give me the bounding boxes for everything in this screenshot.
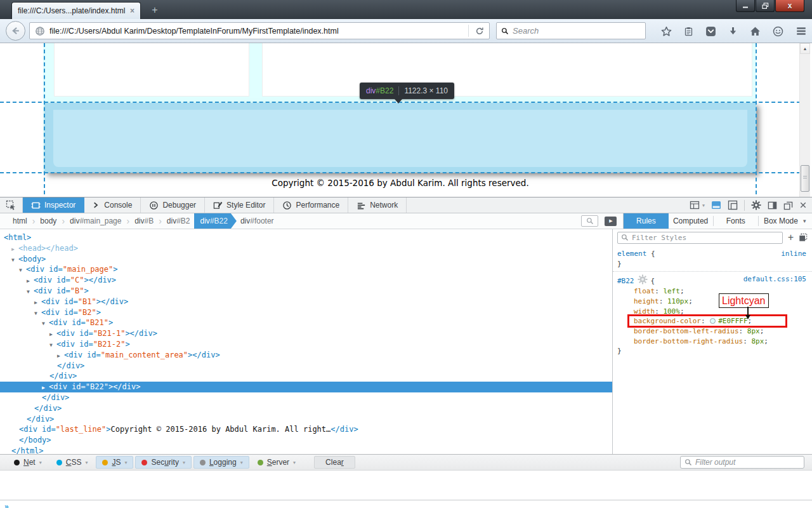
devtools-tab-network[interactable]: Network <box>348 197 407 213</box>
property-value[interactable]: 110px <box>667 297 688 305</box>
devtools-tab-debugger[interactable]: Debugger <box>141 197 205 213</box>
css-property-float[interactable]: float: left; <box>617 286 812 297</box>
console-filter-server[interactable]: Server▾ <box>251 456 302 469</box>
markup-row[interactable]: </div> <box>0 392 612 403</box>
settings-icon[interactable] <box>751 200 761 210</box>
property-value[interactable]: 8px <box>747 327 760 335</box>
markup-row[interactable]: </body> <box>0 435 612 446</box>
css-property-border-bottom-right-radius[interactable]: border-bottom-right-radius: 8px; <box>617 337 812 347</box>
dock-side-icon[interactable] <box>768 201 777 210</box>
markup-row[interactable]: </div> <box>0 371 612 382</box>
markup-row[interactable]: ▶<div id="C"></div> <box>0 275 612 286</box>
responsive-mode-icon[interactable] <box>728 200 738 210</box>
hello-icon[interactable] <box>773 26 783 37</box>
markup-row[interactable]: <div id="last_line">Copyright © 2015-201… <box>0 424 612 435</box>
console-filter-logging[interactable]: Logging▾ <box>193 456 249 469</box>
minimize-button[interactable] <box>736 0 755 12</box>
add-rule-button[interactable]: + <box>788 233 794 243</box>
new-tab-button[interactable]: + <box>146 4 164 17</box>
console-input-row[interactable]: » <box>0 500 812 508</box>
split-console-icon[interactable] <box>711 200 721 210</box>
markup-row[interactable]: ▼<div id="B21-2"> <box>0 339 612 350</box>
sidebar-tab-rules[interactable]: Rules <box>624 213 668 229</box>
url-text[interactable]: file:///C:/Users/Abdul Karim/Desktop/Tem… <box>49 27 467 36</box>
expand-sidebar-button[interactable]: ▶ <box>605 217 617 226</box>
markup-row[interactable]: </div> <box>0 361 612 371</box>
close-icon[interactable] <box>799 201 807 209</box>
markup-row[interactable]: ▼<div id="B21"> <box>0 318 612 328</box>
breadcrumb-item-div-B[interactable]: div#B <box>131 213 157 229</box>
markup-search-button[interactable] <box>581 215 598 227</box>
reload-button[interactable] <box>470 27 489 36</box>
property-value[interactable]: left <box>663 287 680 295</box>
pseudo-class-button[interactable] <box>799 233 808 242</box>
home-icon[interactable] <box>750 26 761 37</box>
menu-icon[interactable] <box>796 25 807 37</box>
browser-tab[interactable]: file:///C:/Users...plate/index.html × <box>11 2 141 19</box>
filter-output-input[interactable]: Filter output <box>680 456 804 469</box>
console-filter-security[interactable]: Security▾ <box>135 456 191 469</box>
sidebar-tab-computed[interactable]: Computed <box>669 213 713 229</box>
css-property-background-color[interactable]: background-color: #E0FFFF;Lightcyan <box>617 316 812 326</box>
rule-gear-icon[interactable] <box>638 274 648 284</box>
rule-location-link[interactable]: default.css:105 <box>743 274 806 284</box>
markup-row[interactable]: ▼<div id="B2"> <box>0 307 612 318</box>
breadcrumb-item-div-B22[interactable]: div#B22 <box>194 213 237 229</box>
markup-row[interactable]: </div> <box>0 414 612 425</box>
scroll-up-arrow-icon[interactable]: ▲ <box>800 43 810 54</box>
devtools-tab-console[interactable]: Console <box>84 197 141 213</box>
close-window-button[interactable]: x <box>775 0 804 12</box>
scrollbar-thumb[interactable] <box>801 165 809 192</box>
console-filter-css[interactable]: CSS▾ <box>50 456 95 469</box>
page-scrollbar[interactable]: ▲ <box>799 43 810 197</box>
devtools-tab-inspector[interactable]: Inspector <box>23 197 84 213</box>
breadcrumb-item-html[interactable]: html <box>9 213 31 229</box>
markup-view[interactable]: <html>▶<head></head>▼<body>▼<div id="mai… <box>0 229 613 454</box>
rule-selector[interactable]: element <box>617 250 646 258</box>
markup-row-selected[interactable]: ▶<div id="B22"></div> <box>0 382 612 392</box>
search-bar[interactable]: Search <box>496 22 646 39</box>
pocket-icon[interactable] <box>705 26 716 37</box>
rule-selector[interactable]: #B22 <box>617 277 634 285</box>
breadcrumb-item-body[interactable]: body <box>36 213 60 229</box>
download-icon[interactable] <box>728 27 738 36</box>
breadcrumb-item-div-B2[interactable]: div#B2 <box>163 213 194 229</box>
property-name[interactable]: float <box>634 287 655 295</box>
clear-console-button[interactable]: Clear <box>314 456 355 469</box>
console-filter-js[interactable]: JS▾ <box>96 456 133 469</box>
css-property-height[interactable]: height: 110px; <box>617 297 812 307</box>
markup-row[interactable]: ▶<head></head> <box>0 243 612 254</box>
detach-icon[interactable] <box>783 201 793 210</box>
markup-row[interactable]: ▶<div id="main_content_area"></div> <box>0 350 612 361</box>
tab-close-icon[interactable]: × <box>130 6 134 15</box>
property-name[interactable]: border-bottom-right-radius <box>634 337 743 345</box>
devtools-tab-performance[interactable]: Performance <box>274 197 348 213</box>
console-filter-net[interactable]: Net▾ <box>8 456 48 469</box>
property-value[interactable]: 8px <box>751 337 764 345</box>
markup-row[interactable]: </div> <box>0 403 612 414</box>
property-name[interactable]: height <box>634 297 659 305</box>
restore-button[interactable] <box>756 0 775 12</box>
sidebar-tab-box-mode[interactable]: Box Mode <box>759 213 803 229</box>
markup-row[interactable]: ▶<div id="B1"></div> <box>0 297 612 307</box>
breadcrumb-item-div-footer[interactable]: div#footer <box>237 213 278 229</box>
rule-location-link[interactable]: inline <box>781 249 806 259</box>
clipboard-icon[interactable] <box>684 27 693 36</box>
frames-icon[interactable] <box>690 200 700 210</box>
markup-row[interactable]: ▼<body> <box>0 254 612 265</box>
property-name[interactable]: border-bottom-left-radius <box>634 327 739 335</box>
devtools-tab-style-editor[interactable]: Style Editor <box>205 197 274 213</box>
sidebar-tabs-dropdown-icon[interactable]: ▾ <box>803 213 812 229</box>
markup-row[interactable]: <html> <box>0 232 612 243</box>
markup-row[interactable]: ▶<div id="B21-1"></div> <box>0 328 612 339</box>
sidebar-tab-fonts[interactable]: Fonts <box>714 213 758 229</box>
url-bar[interactable]: file:///C:/Users/Abdul Karim/Desktop/Tem… <box>29 22 490 39</box>
back-button[interactable] <box>6 21 25 41</box>
markup-row[interactable]: ▼<div id="main_page"> <box>0 264 612 275</box>
markup-row[interactable]: </html> <box>0 446 612 454</box>
filter-styles-input[interactable]: Filter Styles <box>617 232 783 244</box>
breadcrumb-item-div-main_page[interactable]: div#main_page <box>66 213 125 229</box>
css-property-border-bottom-left-radius[interactable]: border-bottom-left-radius: 8px; <box>617 326 812 337</box>
star-icon[interactable] <box>661 26 672 37</box>
markup-row[interactable]: ▼<div id="B"> <box>0 286 612 297</box>
